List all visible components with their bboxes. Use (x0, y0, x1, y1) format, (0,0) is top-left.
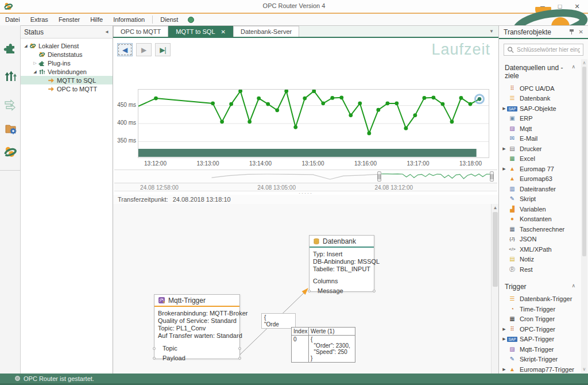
tree-item-opc-to-mqtt[interactable]: OPC to MQTT (21, 84, 113, 93)
item-label: Datenbank-Trigger (517, 295, 572, 302)
tab-close-icon[interactable]: ✕ (221, 29, 226, 35)
sidebar-item-notiz[interactable]: ▤Notiz (499, 255, 588, 265)
sidebar-item-euromap77-trigger[interactable]: ▶▲Euromap77-Trigger (499, 364, 588, 375)
menu-item-fenster[interactable]: Fenster (53, 14, 85, 25)
item-label: Mqtt (517, 125, 532, 132)
tab-opc-to-mqtt[interactable]: OPC to MQTT (113, 26, 168, 37)
item-expander-icon[interactable]: ▶ (501, 367, 507, 372)
sidebar-item-rest[interactable]: ⓇRest (499, 264, 588, 275)
sidebar-item-excel[interactable]: ▦Excel (499, 154, 588, 164)
email-icon: ✉ (507, 135, 517, 142)
item-expander-icon[interactable]: ▶ (501, 106, 507, 111)
tree-item-lokaler-dienst[interactable]: ◢Lokaler Dienst (21, 41, 113, 50)
sidebar-item-euromap63[interactable]: ▲Euromap63 (499, 174, 588, 184)
menu-item-extras[interactable]: Extras (25, 14, 53, 25)
nav-forward-button[interactable]: ▶ (136, 43, 152, 56)
tab-mqtt-to-sql[interactable]: MQTT to SQL✕ (168, 26, 233, 37)
sidebar-item-mqtt[interactable]: ▨Mqtt (499, 124, 588, 134)
nav-last-button[interactable]: ▶| (155, 43, 171, 56)
port-message[interactable]: Message (310, 286, 374, 296)
sidebar-item-euromap-77[interactable]: ▶▲Euromap 77 (499, 164, 588, 174)
transfers-icon[interactable] (3, 97, 18, 111)
history-nav: ◀ ▶ ▶| (117, 43, 171, 56)
section-header-datenquellen-und-ziele[interactable]: Datenquellen und -ziele∧ (499, 64, 588, 80)
sidebar-item-skript[interactable]: ✎Skript (499, 194, 588, 205)
main-document-area: OPC to MQTTMQTT to SQL✕Datenbank-Server … (113, 25, 498, 374)
sidebar-item-drucker[interactable]: ▶▤Drucker (499, 144, 588, 154)
logo-icon (29, 43, 37, 49)
item-label: Cron Trigger (517, 315, 555, 322)
menu-item-dienst[interactable]: Dienst (155, 14, 183, 25)
item-label: SAP-Objekte (517, 105, 556, 112)
opc-router-logo-icon[interactable] (3, 145, 18, 160)
item-expander-icon[interactable]: ▶ (501, 337, 507, 341)
sidebar-item-json[interactable]: {J}JSON (499, 234, 588, 245)
left-icon-strip (0, 25, 21, 374)
node-datenbank[interactable]: Datenbank Typ: InsertDB-Anbindung: MSSQL… (309, 235, 374, 292)
sidebar-item-datenbank-trigger[interactable]: ☰Datenbank-Trigger (499, 294, 588, 305)
nav-back-button[interactable]: ◀ (117, 43, 133, 56)
menu-item-information[interactable]: Information (108, 14, 150, 25)
item-label: Dateitransfer (517, 186, 556, 192)
menu-item-hilfe[interactable]: Hilfe (85, 14, 108, 25)
sidebar-item-konstanten[interactable]: ●Konstanten (499, 214, 588, 225)
sidebar-item-e-mail[interactable]: ✉E-Mail (499, 134, 588, 144)
node-title: Datenbank (323, 237, 356, 245)
sidebar-item-sap-objekte[interactable]: ▶SAPSAP-Objekte (499, 103, 588, 114)
sidebar-item-dateitransfer[interactable]: ▥Dateitransfer (499, 184, 588, 194)
script-icon: ✎ (507, 195, 517, 202)
tree-item-mqtt-to-sql[interactable]: MQTT to SQL (21, 76, 113, 84)
sidebar-item-variablen[interactable]: ▟Variablen (499, 204, 588, 214)
item-expander-icon[interactable]: ▶ (501, 147, 507, 151)
tree-expander-icon[interactable]: ◢ (23, 44, 29, 48)
connection-diagram-canvas[interactable]: Datenbank Typ: InsertDB-Anbindung: MSSQL… (113, 204, 491, 385)
sidebar-item-mqtt-trigger[interactable]: ▨Mqtt-Trigger (499, 344, 588, 355)
collapse-panel-icon[interactable]: ◄ (105, 29, 109, 34)
keyword-search[interactable] (504, 44, 583, 56)
sidebar-item-sap-trigger[interactable]: ▶SAPSAP-Trigger (499, 334, 588, 345)
node-property: Tabelle: TBL_INPUT (313, 265, 370, 273)
pin-icon[interactable] (570, 29, 574, 35)
sidebar-item-skript-trigger[interactable]: ✎Skript-Trigger (499, 355, 588, 365)
sidebar-scrollbar[interactable]: ∧ ∨ (581, 59, 587, 373)
port-topic[interactable]: Topic (154, 344, 239, 353)
project-settings-icon[interactable] (3, 121, 18, 136)
calculator-icon: ▦ (507, 226, 517, 233)
item-expander-icon[interactable]: ▶ (501, 327, 507, 332)
sidebar-item-datenbank[interactable]: ☰Datenbank (499, 94, 588, 104)
mqtt-trigger-icon: ▨ (507, 346, 517, 353)
plugins-icon[interactable] (3, 40, 18, 55)
sidebar-item-cron-trigger[interactable]: ▦Cron Trigger (499, 314, 588, 325)
canvas-vertical-scrollbar[interactable]: ▲ ▼ (491, 204, 498, 385)
sidebar-item-erp[interactable]: ▣ERP (499, 114, 588, 124)
item-label: JSON (517, 236, 536, 242)
tree-expander-icon[interactable]: ▷ (32, 61, 38, 66)
tree-item-verbindungen[interactable]: ◢Verbindungen (21, 67, 113, 76)
scroll-down-icon[interactable]: ∨ (581, 367, 587, 372)
scrubber-right-handle[interactable] (490, 171, 494, 182)
tab-overflow-icon[interactable]: ▼ (489, 29, 494, 34)
time-range-scrubber[interactable] (114, 170, 497, 183)
tree-expander-icon[interactable]: ◢ (32, 70, 38, 74)
tree-item-dienststatus[interactable]: Dienststatus (21, 50, 113, 59)
sidebar-item-xml-xpath[interactable]: </>XML/XPath (499, 244, 588, 255)
item-expander-icon[interactable]: ▶ (501, 167, 507, 171)
port-dot (153, 347, 156, 350)
menu-item-datei[interactable]: Datei (0, 14, 25, 25)
tree-item-plug-ins[interactable]: ▷Plug-ins (21, 59, 113, 67)
section-header-trigger[interactable]: Trigger∧ (499, 283, 588, 291)
node-mqtt-trigger[interactable]: Mqtt-Trigger Brokeranbindung: MQTT-Broke… (154, 294, 240, 359)
scrubber-left-handle[interactable] (377, 171, 381, 182)
transfer-time-label: Transferzeitpunkt: (118, 196, 168, 203)
sidebar-item-time-trigger[interactable]: ◔Time-Trigger (499, 304, 588, 314)
runtime-chart[interactable] (138, 89, 489, 158)
sidebar-item-opc-trigger[interactable]: ▶⠿OPC-Trigger (499, 324, 588, 334)
sidebar-item-taschenrechner[interactable]: ▦Taschenrechner (499, 224, 588, 234)
tab-datenbank-server[interactable]: Datenbank-Server (233, 26, 299, 37)
sidebar-item-opc-ua-da[interactable]: ⠿OPC UA/DA (499, 83, 588, 94)
port-payload[interactable]: Payload (154, 353, 239, 363)
close-icon[interactable]: ✕ (579, 29, 583, 35)
connections-icon[interactable] (3, 69, 18, 84)
search-input[interactable] (517, 47, 580, 53)
scroll-up-icon[interactable]: ∧ (581, 60, 587, 66)
